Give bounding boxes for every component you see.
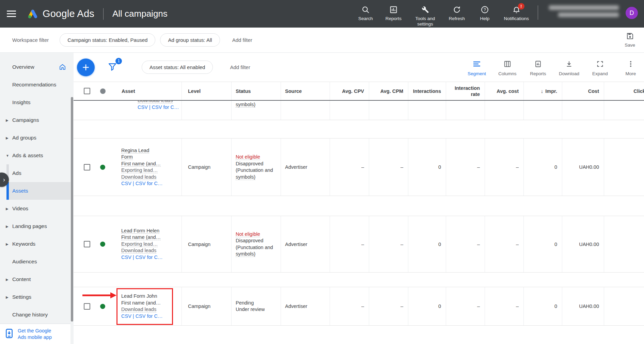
more-button[interactable]: More xyxy=(621,60,641,76)
table-toolbar: 1 Asset status: All enabled Add filter S… xyxy=(74,53,644,82)
table-add-filter[interactable]: Add filter xyxy=(230,64,250,70)
status-dot-header[interactable] xyxy=(100,88,106,94)
sidebar-item-settings[interactable]: ▶ Settings xyxy=(0,288,70,306)
google-ads-logo xyxy=(27,9,38,19)
plus-icon xyxy=(81,63,90,72)
csv-links[interactable]: CSV | CSV for C… xyxy=(121,313,179,320)
row-checkbox[interactable] xyxy=(84,164,90,170)
row-gap xyxy=(74,120,644,138)
row-checkbox[interactable] xyxy=(84,241,90,247)
enabled-status-dot xyxy=(100,165,105,170)
impr-cell: 0 xyxy=(524,138,562,196)
column-header-impr[interactable]: ↓ Impr. xyxy=(524,82,562,100)
columns-button[interactable]: Columns xyxy=(498,60,517,76)
save-icon xyxy=(626,32,634,42)
chevron-right-icon: ▶ xyxy=(6,225,9,228)
reports-button[interactable]: Reports xyxy=(384,5,402,21)
sidebar-item-ads[interactable]: Ads xyxy=(6,164,70,182)
sidebar-item-keywords[interactable]: ▶ Keywords xyxy=(0,235,70,253)
column-header-avg-cpv[interactable]: Avg. CPV xyxy=(330,82,369,100)
add-asset-button[interactable] xyxy=(77,59,95,76)
campaign-status-chip[interactable]: Campaign status: Enabled, Paused xyxy=(60,33,155,47)
download-button[interactable]: Download xyxy=(559,60,579,76)
ad-group-status-chip[interactable]: Ad group status: All xyxy=(160,33,220,47)
scrollbar-thumb[interactable] xyxy=(71,97,73,322)
level-cell: Campaign xyxy=(182,216,232,272)
avg-cpv-cell: – xyxy=(330,138,369,196)
avatar[interactable]: D xyxy=(626,7,638,19)
cost-cell: UAH0.00 xyxy=(562,216,604,272)
interaction-rate-cell: – xyxy=(446,138,485,196)
column-header-level[interactable]: Level xyxy=(182,82,232,100)
row-gap xyxy=(74,196,644,216)
assets-table: Asset Level Status Source Avg. CPV Avg. … xyxy=(74,82,644,326)
cost-cell: UAH0.00 xyxy=(562,287,604,325)
interactions-cell: 0 xyxy=(408,216,446,272)
sidebar-scrollbar[interactable] xyxy=(70,53,74,344)
row-checkbox[interactable] xyxy=(84,303,90,310)
status-cell: Pending Under review xyxy=(236,300,265,313)
tools-and-settings-button[interactable]: Tools and settings xyxy=(412,5,438,27)
avg-cpv-cell: – xyxy=(330,216,369,272)
column-header-interaction-rate[interactable]: Interaction rate xyxy=(446,82,485,100)
filter-funnel-button[interactable]: 1 xyxy=(108,62,117,73)
column-header-avg-cpm[interactable]: Avg. CPM xyxy=(369,82,408,100)
expand-button[interactable]: Expand xyxy=(590,60,610,76)
clicks-cell: 0 xyxy=(604,287,644,325)
column-header-source[interactable]: Source xyxy=(281,82,330,100)
sidebar-item-campaigns[interactable]: ▶ Campaigns xyxy=(0,111,70,129)
sidebar-item-audiences[interactable]: Audiences xyxy=(0,253,70,271)
reports-toolbar-button[interactable]: Reports xyxy=(528,60,548,76)
sidebar-item-recommendations[interactable]: Recommendations xyxy=(0,76,70,94)
sidebar-item-videos[interactable]: ▶ Videos xyxy=(0,200,70,217)
workspace-add-filter[interactable]: Add filter xyxy=(232,37,252,43)
more-vertical-icon xyxy=(627,60,635,69)
workspace-filter-bar: Workspace filter Campaign status: Enable… xyxy=(0,28,644,53)
asset-status-chip[interactable]: Asset status: All enabled xyxy=(142,61,213,74)
chevron-right-icon: ▶ xyxy=(6,278,9,281)
sidebar-item-change-history[interactable]: Change history xyxy=(0,306,70,324)
sidebar-item-overview[interactable]: Overview xyxy=(0,58,70,76)
sidebar-item-ads-and-assets[interactable]: ▼ Ads & assets xyxy=(0,147,70,164)
help-button[interactable]: ? Help xyxy=(476,5,493,21)
main-content: 1 Asset status: All enabled Add filter S… xyxy=(74,53,644,344)
cost-cell: UAH0.00 xyxy=(562,138,604,196)
csv-links[interactable]: CSV | CSV for C… xyxy=(121,254,179,261)
topbar-divider xyxy=(538,5,538,20)
column-header-interactions[interactable]: Interactions xyxy=(408,82,446,100)
sort-descending-icon: ↓ xyxy=(541,88,544,94)
select-all-checkbox[interactable] xyxy=(84,88,90,94)
sidebar-item-landing-pages[interactable]: ▶ Landing pages xyxy=(0,217,70,235)
segment-button[interactable]: Segment xyxy=(467,60,487,76)
sidebar-item-insights[interactable]: Insights xyxy=(0,94,70,111)
column-header-asset[interactable]: Asset xyxy=(122,88,135,94)
sidebar-item-ad-groups[interactable]: ▶ Ad groups xyxy=(0,129,70,147)
enabled-status-dot xyxy=(100,242,105,247)
column-header-cost[interactable]: Cost xyxy=(562,82,604,100)
source-cell: Advertiser xyxy=(281,138,330,196)
chevron-down-icon: ▼ xyxy=(6,154,9,158)
save-button[interactable]: Save xyxy=(625,32,635,48)
main-menu-icon[interactable] xyxy=(7,11,16,17)
column-header-avg-cost[interactable]: Avg. cost xyxy=(485,82,524,100)
asset-download-leads: Download leads xyxy=(138,101,173,103)
sidebar-item-content[interactable]: ▶ Content xyxy=(0,271,70,288)
source-cell: Advertiser xyxy=(281,216,330,272)
csv-links[interactable]: CSV | CSV for C… xyxy=(138,104,182,111)
table-row-john: Lead Form John First name (and… Download… xyxy=(74,287,644,326)
search-button[interactable]: Search xyxy=(357,5,374,21)
csv-links[interactable]: CSV | CSV for C… xyxy=(121,180,179,187)
column-header-clicks[interactable]: Clicks xyxy=(604,82,644,100)
svg-text:?: ? xyxy=(484,8,486,13)
table-row-helen: Lead Form Helen First name (and… Exporti… xyxy=(74,216,644,273)
get-mobile-app-link[interactable]: Get the Google Ads mobile app xyxy=(0,324,70,344)
asset-name[interactable]: Lead Form John xyxy=(121,293,179,300)
sidebar-item-assets[interactable]: Assets xyxy=(6,182,70,200)
annotation-arrow-icon xyxy=(82,292,116,300)
refresh-button[interactable]: Refresh xyxy=(448,5,466,21)
column-header-status[interactable]: Status xyxy=(232,82,281,100)
notifications-button[interactable]: ! Notifications xyxy=(504,5,529,21)
asset-name[interactable]: Lead Form Helen xyxy=(121,228,159,234)
notification-badge: ! xyxy=(518,3,524,10)
asset-name[interactable]: Regina Lead xyxy=(121,148,149,153)
